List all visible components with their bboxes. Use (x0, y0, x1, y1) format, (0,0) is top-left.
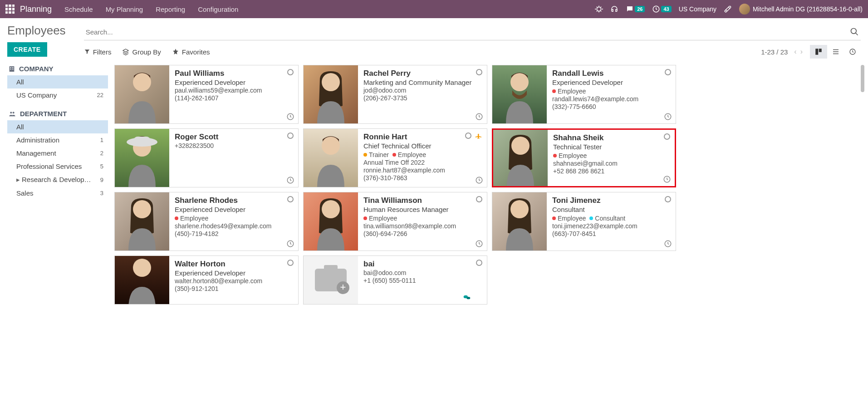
search-bar (84, 24, 861, 40)
employee-line: +52 868 286 8621 (553, 167, 669, 175)
headset-icon[interactable] (610, 5, 618, 13)
activity-clock-icon[interactable] (286, 113, 294, 121)
kanban-board: Paul Williams Experienced Developer paul… (112, 65, 864, 309)
employee-title: Marketing and Community Manager (363, 79, 481, 86)
user-menu[interactable]: Mitchell Admin DG (21628854-16-0-all) (739, 4, 863, 15)
sidebar-company-all[interactable]: All (7, 75, 108, 88)
status-circle[interactable] (665, 69, 671, 75)
employee-name: Sharlene Rhodes (175, 196, 293, 205)
bug-icon[interactable] (595, 5, 603, 13)
employee-avatar (115, 192, 169, 251)
view-list[interactable] (827, 45, 844, 59)
employee-title: Chief Technical Officer (363, 142, 481, 150)
clock-icon[interactable]: 43 (652, 5, 671, 13)
app-brand[interactable]: Planning (20, 5, 52, 14)
search-icon[interactable] (848, 25, 861, 38)
status-circle[interactable] (476, 260, 482, 266)
groupby-button[interactable]: Group By (122, 48, 161, 56)
activity-clock-icon[interactable] (475, 240, 483, 248)
employee-tag: Employee (552, 88, 586, 95)
sidebar-company-item[interactable]: US Company22 (7, 88, 108, 102)
status-circle[interactable] (476, 196, 482, 202)
nav-schedule[interactable]: Schedule (64, 5, 93, 13)
employee-line: +1 (650) 555-0111 (363, 277, 481, 284)
activity-clock-icon[interactable] (663, 175, 671, 183)
sidebar-department-item[interactable]: Administration1 (7, 133, 108, 147)
view-activity[interactable] (844, 45, 861, 59)
activity-clock-icon[interactable] (286, 176, 294, 184)
employee-card[interactable]: Randall Lewis Experienced Developer Empl… (492, 65, 676, 124)
status-circle[interactable] (664, 133, 670, 140)
sidebar-department-all[interactable]: All (7, 120, 108, 133)
employee-card[interactable]: Tina Williamson Human Resources Manager … (303, 192, 487, 251)
nav-reporting[interactable]: Reporting (156, 5, 185, 13)
employee-avatar (493, 130, 548, 186)
activity-clock-icon[interactable] (286, 240, 294, 248)
employee-card[interactable]: Shahna Sheik Technical Tester Employee s… (492, 128, 676, 187)
chat-icon[interactable] (462, 294, 471, 301)
sidebar-department-item[interactable]: Sales3 (7, 187, 108, 200)
sidebar-department-heading: DEPARTMENT (7, 110, 108, 118)
svg-point-25 (511, 137, 530, 155)
apps-icon[interactable] (5, 5, 15, 14)
employee-avatar (304, 65, 358, 123)
svg-point-12 (13, 112, 15, 113)
employee-card[interactable]: Roger Scott +3282823500 (114, 128, 299, 187)
nav-my-planning[interactable]: My Planning (106, 5, 143, 13)
status-circle[interactable] (287, 69, 294, 75)
status-circle[interactable] (665, 196, 671, 202)
employee-line: (114)-262-1607 (175, 94, 293, 102)
sidebar-department-item[interactable]: ▸Research & Develop…9 (7, 173, 108, 187)
status-circle[interactable] (287, 133, 294, 139)
plane-icon (475, 133, 482, 140)
pager-text: 1-23 / 23 (761, 48, 788, 56)
employee-name: Walter Horton (175, 260, 293, 269)
employee-avatar (492, 65, 547, 123)
view-kanban[interactable] (810, 45, 827, 59)
employee-card[interactable]: Ronnie Hart Chief Technical Officer Trai… (303, 128, 487, 187)
pager-next[interactable]: › (799, 48, 804, 56)
employee-card[interactable]: bai bai@odoo.com+1 (650) 555-0111 (303, 256, 487, 305)
svg-point-15 (322, 73, 340, 91)
svg-point-31 (510, 200, 529, 218)
svg-rect-4 (819, 49, 822, 52)
employee-card[interactable]: Toni Jimenez Consultant EmployeeConsulta… (492, 192, 676, 251)
nav-configuration[interactable]: Configuration (198, 5, 238, 13)
employee-name: Ronnie Hart (363, 133, 481, 142)
status-circle[interactable] (287, 260, 294, 266)
svg-point-2 (851, 29, 857, 34)
create-button[interactable]: CREATE (7, 42, 47, 57)
activity-clock-icon[interactable] (664, 113, 672, 121)
chat-badge: 26 (635, 6, 645, 12)
scrollbar-thumb[interactable] (861, 65, 864, 92)
employee-line: ronnie.hart87@example.com (363, 167, 481, 174)
employee-tag: Employee (553, 152, 587, 159)
search-input[interactable] (84, 26, 848, 38)
employee-tag: Employee (552, 215, 586, 222)
employee-avatar (304, 256, 358, 304)
employee-name: Rachel Perry (363, 69, 481, 78)
pager-prev[interactable]: ‹ (792, 48, 798, 56)
employee-line: (206)-267-3735 (363, 94, 481, 102)
tools-icon[interactable] (724, 5, 732, 13)
filters-button[interactable]: Filters (84, 48, 112, 56)
employee-name: Shahna Sheik (553, 133, 669, 142)
employee-card[interactable]: Paul Williams Experienced Developer paul… (114, 65, 299, 124)
activity-clock-icon[interactable] (475, 176, 483, 184)
employee-card[interactable]: Rachel Perry Marketing and Community Man… (303, 65, 487, 124)
activity-clock-icon[interactable] (475, 113, 483, 121)
status-circle[interactable] (287, 196, 294, 202)
employee-tag: Employee (392, 151, 426, 158)
status-circle[interactable] (476, 69, 482, 75)
employee-tag: Consultant (589, 215, 625, 222)
status-circle[interactable] (465, 133, 471, 139)
employee-avatar (115, 129, 169, 187)
favorites-button[interactable]: Favorites (172, 48, 210, 56)
activity-clock-icon[interactable] (664, 240, 672, 248)
sidebar-department-item[interactable]: Management2 (7, 147, 108, 160)
chat-icon[interactable]: 26 (626, 5, 645, 13)
employee-card[interactable]: Sharlene Rhodes Experienced Developer Em… (114, 192, 299, 251)
company-switcher[interactable]: US Company (679, 5, 716, 13)
employee-card[interactable]: Walter Horton Experienced Developer walt… (114, 256, 299, 305)
sidebar-department-item[interactable]: Professional Services5 (7, 160, 108, 173)
